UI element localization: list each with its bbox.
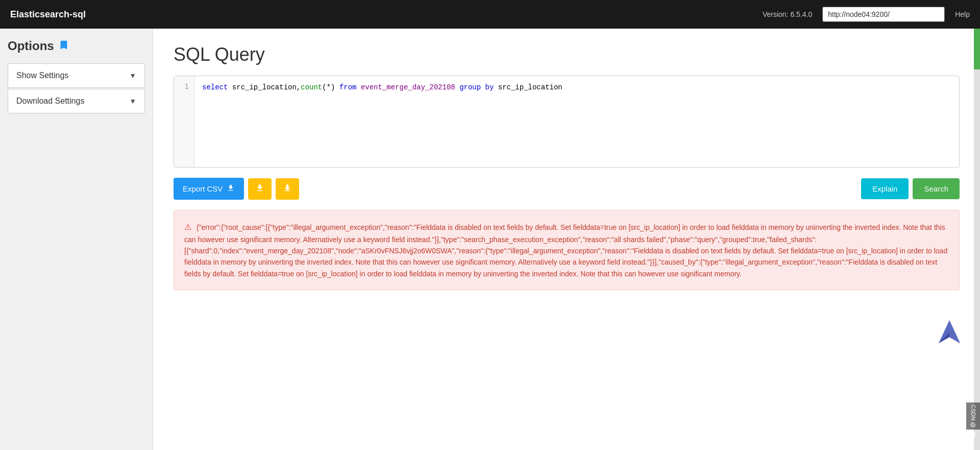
- download-settings-button[interactable]: Download Settings ▼: [8, 89, 145, 113]
- sql-select-kw: select: [202, 83, 228, 91]
- export-csv-label: Export CSV: [183, 184, 223, 193]
- toolbar: Export CSV Explain Search: [174, 178, 960, 200]
- options-title: Options: [8, 39, 54, 53]
- download-icon-button-1[interactable]: [248, 178, 272, 200]
- show-settings-button[interactable]: Show Settings ▼: [8, 63, 145, 88]
- page-title: SQL Query: [174, 44, 960, 65]
- sidebar: Options Show Settings ▼ Download Setting…: [0, 29, 153, 450]
- error-result-box: ⚠ {"error":{"root_cause":[{"type":"illeg…: [174, 210, 960, 290]
- line-number-1: 1: [185, 82, 189, 90]
- download-icon-button-2[interactable]: [276, 178, 299, 200]
- sql-groupby-field: src_ip_location: [498, 83, 562, 91]
- scrollbar[interactable]: [974, 29, 980, 450]
- search-label: Search: [924, 184, 948, 193]
- sql-editor-container: 1 select src_ip_location,count(*) from e…: [174, 76, 960, 168]
- search-button[interactable]: Search: [913, 178, 960, 199]
- error-icon: ⚠: [184, 223, 191, 231]
- explain-button[interactable]: Explain: [861, 178, 909, 199]
- chevron-down-icon: ▼: [129, 72, 136, 80]
- error-text: {"error":{"root_cause":[{"type":"illegal…: [184, 223, 947, 278]
- floating-bird-icon: [934, 317, 965, 348]
- line-numbers: 1: [174, 76, 194, 167]
- export-csv-icon: [227, 184, 235, 194]
- download-settings-label: Download Settings: [16, 97, 84, 106]
- sql-from-kw: from: [339, 83, 357, 91]
- help-link[interactable]: Help: [955, 10, 970, 18]
- main-layout: Options Show Settings ▼ Download Setting…: [0, 29, 980, 450]
- sql-paren: (*): [322, 83, 339, 91]
- options-header: Options: [8, 39, 145, 53]
- sql-editor-display[interactable]: select src_ip_location,count(*) from eve…: [194, 76, 959, 167]
- chevron-down-icon-2: ▼: [129, 97, 136, 105]
- sql-count-fn: count: [301, 83, 322, 91]
- sql-field1: src_ip_location,: [232, 83, 301, 91]
- app-brand: Elasticsearch-sql: [10, 9, 763, 20]
- svg-marker-1: [949, 320, 960, 343]
- explain-label: Explain: [872, 184, 897, 193]
- content-area: SQL Query 1 select src_ip_location,count…: [153, 29, 980, 450]
- csdn-watermark: CSDN @买了百冷: [966, 402, 980, 430]
- scroll-thumb[interactable]: [974, 29, 980, 69]
- sql-table: event_merge_day_202108: [361, 83, 459, 91]
- download-icon-2: [283, 185, 292, 194]
- navbar: Elasticsearch-sql Version: 6.5.4.0 Help: [0, 0, 980, 29]
- url-input[interactable]: [822, 7, 945, 22]
- export-csv-button[interactable]: Export CSV: [174, 178, 244, 200]
- show-settings-label: Show Settings: [16, 71, 68, 80]
- save-icon: [58, 39, 69, 53]
- version-label: Version: 6.5.4.0: [763, 10, 812, 18]
- download-icon-1: [255, 185, 264, 194]
- sql-group-kw: group by: [459, 83, 494, 91]
